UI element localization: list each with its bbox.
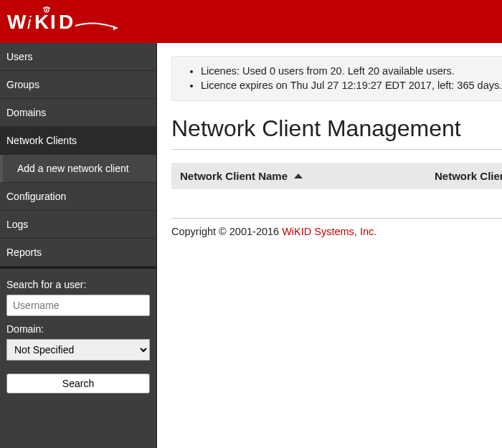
sidebar-item-configuration[interactable]: Configuration: [0, 183, 156, 211]
license-line-2: Licence expires on Thu Jul 27 12:19:27 E…: [201, 78, 502, 92]
sort-desc-icon: [293, 170, 303, 182]
sidebar: Users Groups Domains Network Clients Add…: [0, 43, 157, 448]
sidebar-subitem-add-network-client[interactable]: Add a new network client: [0, 155, 156, 183]
column-header-name[interactable]: Network Client Name: [180, 170, 435, 182]
title-divider: [171, 149, 502, 150]
svg-text:K: K: [34, 11, 49, 33]
search-button[interactable]: Search: [6, 373, 150, 394]
search-domain-select[interactable]: Not Specified: [6, 339, 150, 361]
license-line-1: Licenes: Used 0 users from 20. Left 20 a…: [201, 64, 502, 78]
nav: Users Groups Domains Network Clients Add…: [0, 43, 156, 267]
main-content: Licenes: Used 0 users from 20. Left 20 a…: [157, 43, 502, 448]
svg-text:I: I: [50, 11, 56, 33]
copyright-text: Copyright © 2001-2016: [171, 226, 282, 237]
search-user-input[interactable]: [6, 295, 150, 316]
page-title: Network Client Management: [171, 115, 502, 142]
search-panel: Search for a user: Domain: Not Specified…: [0, 267, 156, 404]
svg-text:W: W: [7, 11, 27, 33]
sidebar-item-reports[interactable]: Reports: [0, 239, 156, 267]
column-header-name-label: Network Client Name: [180, 170, 288, 182]
svg-text:D: D: [59, 11, 73, 33]
sidebar-item-domains[interactable]: Domains: [0, 99, 156, 127]
sidebar-item-logs[interactable]: Logs: [0, 211, 156, 239]
search-user-label: Search for a user:: [6, 279, 150, 290]
sidebar-item-users[interactable]: Users: [0, 43, 156, 71]
column-header-ip[interactable]: Network Client IP: [435, 170, 502, 182]
svg-text:i: i: [27, 13, 32, 32]
footer-link[interactable]: WiKID Systems, Inc.: [282, 226, 376, 237]
footer-divider: [171, 218, 502, 219]
search-domain-label: Domain:: [6, 323, 150, 335]
logo: W i K I D: [7, 6, 118, 37]
license-notice: Licenes: Used 0 users from 20. Left 20 a…: [171, 56, 502, 101]
svg-marker-8: [294, 173, 303, 178]
table-header: Network Client Name Network Client IP: [171, 163, 502, 189]
sidebar-item-network-clients[interactable]: Network Clients: [0, 127, 156, 155]
svg-marker-7: [113, 26, 118, 30]
sidebar-item-groups[interactable]: Groups: [0, 71, 156, 99]
footer: Copyright © 2001-2016 WiKID Systems, Inc…: [171, 226, 502, 237]
header: W i K I D: [0, 0, 502, 43]
